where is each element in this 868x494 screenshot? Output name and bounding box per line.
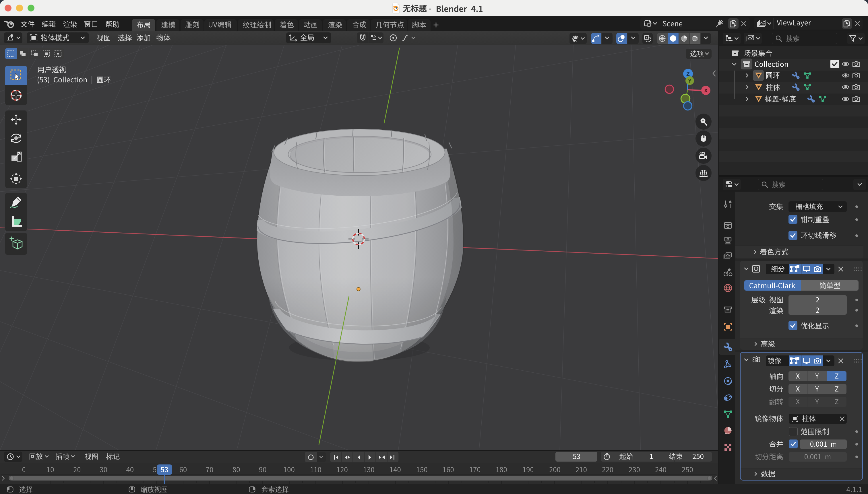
- svg-text:Z: Z: [686, 71, 690, 77]
- svg-text:Y: Y: [688, 78, 691, 84]
- svg-text:X: X: [704, 88, 707, 94]
